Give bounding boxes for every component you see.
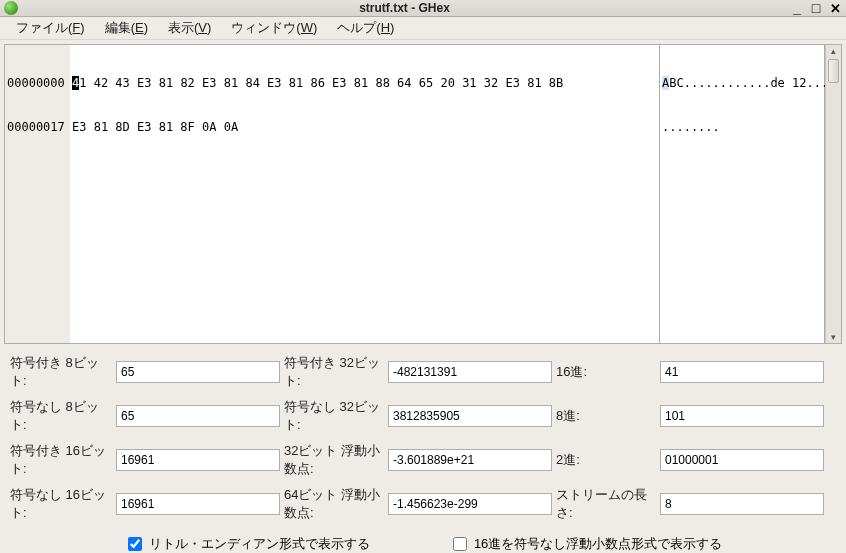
options-row: リトル・エンディアン形式で表示する 16進を符号なし浮動小数点形式で表示する — [4, 526, 842, 553]
label-u16: 符号なし 16ビット: — [8, 486, 114, 522]
ascii-column[interactable]: ABC............de 12... ........ — [660, 45, 825, 343]
offset-row: 00000000 — [5, 75, 70, 91]
label-s8: 符号付き 8ビット: — [8, 354, 114, 390]
label-stream: ストリームの長さ: — [554, 486, 658, 522]
menu-file[interactable]: ファイル(F) — [6, 17, 95, 39]
hex-editor[interactable]: 00000000 00000017 41 42 43 E3 81 82 E3 8… — [4, 44, 842, 344]
close-button[interactable]: ✕ — [826, 0, 844, 16]
label-u8: 符号なし 8ビット: — [8, 398, 114, 434]
label-oct: 8進: — [554, 407, 658, 425]
offset-column: 00000000 00000017 — [5, 45, 70, 343]
checkbox-hex-unsigned-float-input[interactable] — [453, 537, 467, 551]
value-hex[interactable] — [660, 361, 824, 383]
checkbox-little-endian-label: リトル・エンディアン形式で表示する — [149, 535, 370, 553]
scrollbar-thumb[interactable] — [828, 59, 839, 83]
app-icon — [4, 1, 18, 15]
value-s16[interactable] — [116, 449, 280, 471]
menu-help[interactable]: ヘルプ(H) — [327, 17, 404, 39]
checkbox-little-endian[interactable]: リトル・エンディアン形式で表示する — [124, 534, 370, 553]
scroll-down-icon[interactable]: ▾ — [828, 331, 839, 343]
hex-row: E3 81 8D E3 81 8F 0A 0A — [72, 119, 657, 135]
main-content: 00000000 00000017 41 42 43 E3 81 82 E3 8… — [0, 40, 846, 553]
value-u8[interactable] — [116, 405, 280, 427]
label-bin: 2進: — [554, 451, 658, 469]
value-oct[interactable] — [660, 405, 824, 427]
value-u32[interactable] — [388, 405, 552, 427]
menu-window[interactable]: ウィンドウ(W) — [221, 17, 327, 39]
value-s8[interactable] — [116, 361, 280, 383]
value-stream[interactable] — [660, 493, 824, 515]
hex-row: 41 42 43 E3 81 82 E3 81 84 E3 81 86 E3 8… — [72, 75, 657, 91]
menu-bar: ファイル(F) 編集(E) 表示(V) ウィンドウ(W) ヘルプ(H) — [0, 17, 846, 40]
offset-row: 00000017 — [5, 119, 70, 135]
title-bar: strutf.txt - GHex _ □ ✕ — [0, 0, 846, 17]
checkbox-hex-unsigned-float[interactable]: 16進を符号なし浮動小数点形式で表示する — [449, 534, 722, 553]
scroll-up-icon[interactable]: ▴ — [828, 45, 839, 57]
label-f32: 32ビット 浮動小数点: — [282, 442, 386, 478]
value-s32[interactable] — [388, 361, 552, 383]
window-title: strutf.txt - GHex — [22, 1, 787, 15]
label-f64: 64ビット 浮動小数点: — [282, 486, 386, 522]
checkbox-hex-unsigned-float-label: 16進を符号なし浮動小数点形式で表示する — [474, 535, 722, 553]
label-s16: 符号付き 16ビット: — [8, 442, 114, 478]
menu-edit[interactable]: 編集(E) — [95, 17, 158, 39]
minimize-button[interactable]: _ — [788, 0, 806, 16]
maximize-button[interactable]: □ — [807, 0, 825, 16]
label-hex: 16進: — [554, 363, 658, 381]
ascii-row: ABC............de 12... — [662, 75, 822, 91]
ascii-row: ........ — [662, 119, 822, 135]
vertical-scrollbar[interactable]: ▴ ▾ — [825, 45, 841, 343]
hex-bytes-column[interactable]: 41 42 43 E3 81 82 E3 81 84 E3 81 86 E3 8… — [70, 45, 660, 343]
value-f64[interactable] — [388, 493, 552, 515]
conversion-panel: 符号付き 8ビット: 符号付き 32ビット: 16進: 符号なし 8ビット: 符… — [4, 344, 842, 526]
value-f32[interactable] — [388, 449, 552, 471]
label-s32: 符号付き 32ビット: — [282, 354, 386, 390]
checkbox-little-endian-input[interactable] — [128, 537, 142, 551]
label-u32: 符号なし 32ビット: — [282, 398, 386, 434]
value-u16[interactable] — [116, 493, 280, 515]
value-bin[interactable] — [660, 449, 824, 471]
menu-view[interactable]: 表示(V) — [158, 17, 221, 39]
